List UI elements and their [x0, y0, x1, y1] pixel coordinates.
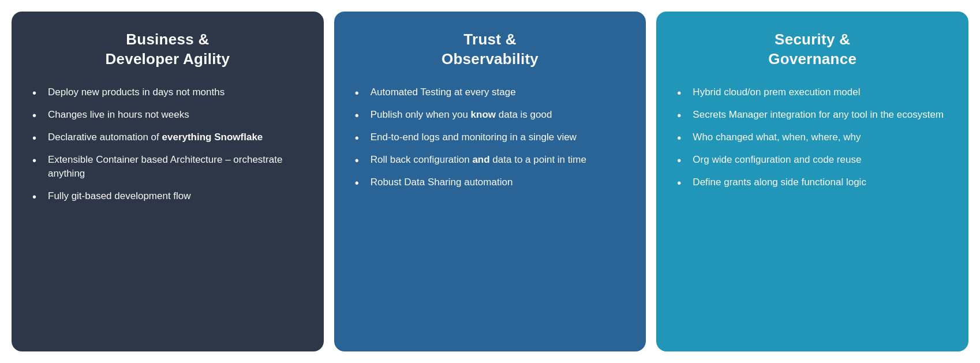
card-title-business: Business &Developer Agility	[32, 30, 303, 69]
item-text: Changes live in hours not weeks	[48, 108, 189, 122]
list-item: Who changed what, when, where, why	[677, 130, 948, 145]
card-security-governance: Security &Governance Hybrid cloud/on pre…	[656, 12, 968, 351]
item-text: Deploy new products in days not months	[48, 85, 225, 100]
item-text: Define grants along side functional logi…	[693, 175, 866, 190]
item-text: Secrets Manager integration for any tool…	[693, 108, 944, 122]
card-business-agility: Business &Developer Agility Deploy new p…	[12, 12, 324, 351]
list-item: Robust Data Sharing automation	[355, 175, 626, 190]
list-item: Roll back configuration and data to a po…	[355, 153, 626, 167]
list-item: Define grants along side functional logi…	[677, 175, 948, 190]
list-item: Deploy new products in days not months	[32, 85, 303, 100]
card-list-security: Hybrid cloud/on prem execution model Sec…	[677, 85, 948, 190]
item-text: Roll back configuration and data to a po…	[371, 153, 586, 167]
list-item: Fully git-based development flow	[32, 189, 303, 204]
list-item: Publish only when you know data is good	[355, 108, 626, 122]
card-list-business: Deploy new products in days not months C…	[32, 85, 303, 204]
list-item: End-to-end logs and monitoring in a sing…	[355, 130, 626, 145]
list-item: Hybrid cloud/on prem execution model	[677, 85, 948, 100]
cards-container: Business &Developer Agility Deploy new p…	[12, 12, 968, 351]
item-text: Automated Testing at every stage	[371, 85, 516, 100]
list-item: Automated Testing at every stage	[355, 85, 626, 100]
item-text: Fully git-based development flow	[48, 189, 191, 204]
card-title-security: Security &Governance	[677, 30, 948, 69]
list-item: Secrets Manager integration for any tool…	[677, 108, 948, 122]
item-text: Extensible Container based Architecture …	[48, 153, 303, 181]
item-text: Hybrid cloud/on prem execution model	[693, 85, 860, 100]
card-list-trust: Automated Testing at every stage Publish…	[355, 85, 626, 190]
list-item: Org wide configuration and code reuse	[677, 153, 948, 167]
list-item: Declarative automation of everything Sno…	[32, 130, 303, 145]
item-text: End-to-end logs and monitoring in a sing…	[371, 130, 577, 145]
item-text: Org wide configuration and code reuse	[693, 153, 861, 167]
item-text: Robust Data Sharing automation	[371, 175, 513, 190]
card-trust-observability: Trust &Observability Automated Testing a…	[334, 12, 646, 351]
card-title-trust: Trust &Observability	[355, 30, 626, 69]
item-text: Declarative automation of everything Sno…	[48, 130, 263, 145]
item-text: Publish only when you know data is good	[371, 108, 552, 122]
list-item: Changes live in hours not weeks	[32, 108, 303, 122]
item-text: Who changed what, when, where, why	[693, 130, 861, 145]
list-item: Extensible Container based Architecture …	[32, 153, 303, 181]
